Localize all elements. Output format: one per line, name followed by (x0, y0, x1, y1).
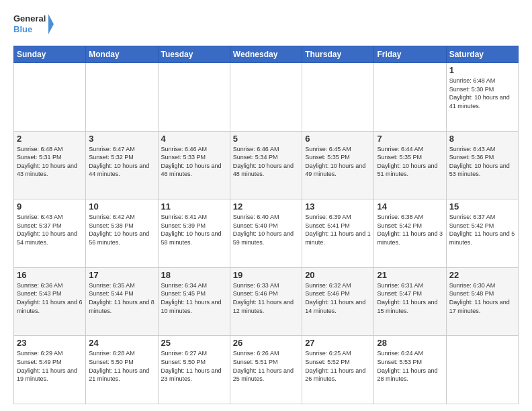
day-number: 14 (377, 201, 443, 212)
day-number: 21 (377, 270, 443, 280)
calendar-cell: 25Sunrise: 6:27 AM Sunset: 5:50 PM Dayli… (158, 336, 230, 404)
calendar-cell: 9Sunrise: 6:43 AM Sunset: 5:37 PM Daylig… (14, 199, 86, 268)
calendar-cell: 22Sunrise: 6:30 AM Sunset: 5:48 PM Dayli… (446, 267, 518, 336)
calendar-week-row: 23Sunrise: 6:29 AM Sunset: 5:49 PM Dayli… (14, 336, 519, 404)
day-info: Sunrise: 6:44 AM Sunset: 5:35 PM Dayligh… (377, 145, 443, 179)
day-number: 4 (161, 134, 227, 144)
day-info: Sunrise: 6:43 AM Sunset: 5:37 PM Dayligh… (17, 213, 83, 246)
column-header-friday: Friday (374, 46, 446, 63)
day-number: 3 (89, 134, 154, 144)
calendar-header-row: SundayMondayTuesdayWednesdayThursdayFrid… (14, 46, 519, 63)
calendar-cell: 15Sunrise: 6:37 AM Sunset: 5:42 PM Dayli… (446, 199, 518, 268)
day-info: Sunrise: 6:24 AM Sunset: 5:53 PM Dayligh… (377, 349, 443, 383)
calendar-cell: 2Sunrise: 6:48 AM Sunset: 5:31 PM Daylig… (14, 131, 86, 199)
day-number: 24 (89, 338, 154, 348)
calendar-cell: 5Sunrise: 6:46 AM Sunset: 5:34 PM Daylig… (230, 131, 302, 199)
day-number: 8 (449, 134, 515, 144)
column-header-thursday: Thursday (302, 46, 374, 63)
svg-marker-2 (48, 14, 54, 34)
day-number: 28 (377, 338, 443, 348)
page: General Blue SundayMondayTuesdayWednesda… (0, 0, 532, 411)
day-info: Sunrise: 6:27 AM Sunset: 5:50 PM Dayligh… (161, 349, 227, 383)
day-info: Sunrise: 6:33 AM Sunset: 5:46 PM Dayligh… (233, 281, 299, 315)
calendar-cell: 14Sunrise: 6:38 AM Sunset: 5:42 PM Dayli… (374, 199, 446, 268)
day-info: Sunrise: 6:37 AM Sunset: 5:42 PM Dayligh… (449, 213, 515, 246)
calendar-cell: 10Sunrise: 6:42 AM Sunset: 5:38 PM Dayli… (86, 199, 158, 268)
day-info: Sunrise: 6:38 AM Sunset: 5:42 PM Dayligh… (377, 213, 443, 246)
calendar-cell: 1Sunrise: 6:48 AM Sunset: 5:30 PM Daylig… (446, 63, 518, 132)
logo-svg: General Blue (13, 11, 54, 39)
day-number: 18 (161, 270, 227, 280)
calendar-cell: 21Sunrise: 6:31 AM Sunset: 5:47 PM Dayli… (374, 267, 446, 336)
calendar-cell: 19Sunrise: 6:33 AM Sunset: 5:46 PM Dayli… (230, 267, 302, 336)
column-header-sunday: Sunday (14, 46, 86, 63)
day-info: Sunrise: 6:36 AM Sunset: 5:43 PM Dayligh… (17, 281, 83, 315)
calendar-cell: 11Sunrise: 6:41 AM Sunset: 5:39 PM Dayli… (158, 199, 230, 268)
calendar-cell (86, 63, 158, 132)
calendar-week-row: 9Sunrise: 6:43 AM Sunset: 5:37 PM Daylig… (14, 199, 519, 268)
day-info: Sunrise: 6:34 AM Sunset: 5:45 PM Dayligh… (161, 281, 227, 315)
svg-text:Blue: Blue (13, 24, 32, 34)
day-number: 16 (17, 270, 83, 280)
day-info: Sunrise: 6:48 AM Sunset: 5:31 PM Dayligh… (17, 145, 83, 179)
day-info: Sunrise: 6:29 AM Sunset: 5:49 PM Dayligh… (17, 349, 83, 383)
day-info: Sunrise: 6:43 AM Sunset: 5:36 PM Dayligh… (449, 145, 515, 179)
calendar-cell: 17Sunrise: 6:35 AM Sunset: 5:44 PM Dayli… (86, 267, 158, 336)
day-info: Sunrise: 6:28 AM Sunset: 5:50 PM Dayligh… (89, 349, 154, 383)
calendar-cell (302, 63, 374, 132)
day-info: Sunrise: 6:48 AM Sunset: 5:30 PM Dayligh… (449, 77, 515, 110)
column-header-monday: Monday (86, 46, 158, 63)
column-header-tuesday: Tuesday (158, 46, 230, 63)
day-number: 5 (233, 134, 299, 144)
calendar-cell (158, 63, 230, 132)
day-info: Sunrise: 6:32 AM Sunset: 5:46 PM Dayligh… (305, 281, 371, 315)
calendar-cell: 16Sunrise: 6:36 AM Sunset: 5:43 PM Dayli… (14, 267, 86, 336)
day-number: 17 (89, 270, 154, 280)
calendar-week-row: 16Sunrise: 6:36 AM Sunset: 5:43 PM Dayli… (14, 267, 519, 336)
column-header-saturday: Saturday (446, 46, 518, 63)
calendar-cell (14, 63, 86, 132)
calendar-cell: 20Sunrise: 6:32 AM Sunset: 5:46 PM Dayli… (302, 267, 374, 336)
day-number: 19 (233, 270, 299, 280)
calendar-week-row: 1Sunrise: 6:48 AM Sunset: 5:30 PM Daylig… (14, 63, 519, 132)
day-number: 22 (449, 270, 515, 280)
day-info: Sunrise: 6:31 AM Sunset: 5:47 PM Dayligh… (377, 281, 443, 315)
day-number: 12 (233, 201, 299, 212)
day-number: 6 (305, 134, 371, 144)
calendar-table: SundayMondayTuesdayWednesdayThursdayFrid… (13, 46, 519, 404)
day-info: Sunrise: 6:40 AM Sunset: 5:40 PM Dayligh… (233, 213, 299, 246)
calendar-cell: 12Sunrise: 6:40 AM Sunset: 5:40 PM Dayli… (230, 199, 302, 268)
day-info: Sunrise: 6:42 AM Sunset: 5:38 PM Dayligh… (89, 213, 154, 246)
day-info: Sunrise: 6:45 AM Sunset: 5:35 PM Dayligh… (305, 145, 371, 179)
day-number: 26 (233, 338, 299, 348)
calendar-cell: 27Sunrise: 6:25 AM Sunset: 5:52 PM Dayli… (302, 336, 374, 404)
day-number: 23 (17, 338, 83, 348)
calendar-cell: 28Sunrise: 6:24 AM Sunset: 5:53 PM Dayli… (374, 336, 446, 404)
calendar-cell (446, 336, 518, 404)
calendar-cell: 3Sunrise: 6:47 AM Sunset: 5:32 PM Daylig… (86, 131, 158, 199)
calendar-cell: 8Sunrise: 6:43 AM Sunset: 5:36 PM Daylig… (446, 131, 518, 199)
calendar-cell: 7Sunrise: 6:44 AM Sunset: 5:35 PM Daylig… (374, 131, 446, 199)
day-number: 13 (305, 201, 371, 212)
calendar-cell (374, 63, 446, 132)
day-info: Sunrise: 6:46 AM Sunset: 5:34 PM Dayligh… (233, 145, 299, 179)
day-number: 20 (305, 270, 371, 280)
day-number: 25 (161, 338, 227, 348)
day-info: Sunrise: 6:26 AM Sunset: 5:51 PM Dayligh… (233, 349, 299, 383)
day-number: 15 (449, 201, 515, 212)
calendar-cell: 4Sunrise: 6:46 AM Sunset: 5:33 PM Daylig… (158, 131, 230, 199)
calendar-cell: 24Sunrise: 6:28 AM Sunset: 5:50 PM Dayli… (86, 336, 158, 404)
day-number: 9 (17, 201, 83, 212)
column-header-wednesday: Wednesday (230, 46, 302, 63)
day-number: 7 (377, 134, 443, 144)
calendar-cell: 13Sunrise: 6:39 AM Sunset: 5:41 PM Dayli… (302, 199, 374, 268)
day-number: 11 (161, 201, 227, 212)
calendar-cell: 23Sunrise: 6:29 AM Sunset: 5:49 PM Dayli… (14, 336, 86, 404)
calendar-cell: 26Sunrise: 6:26 AM Sunset: 5:51 PM Dayli… (230, 336, 302, 404)
day-number: 10 (89, 201, 154, 212)
day-info: Sunrise: 6:39 AM Sunset: 5:41 PM Dayligh… (305, 213, 371, 246)
day-info: Sunrise: 6:46 AM Sunset: 5:33 PM Dayligh… (161, 145, 227, 179)
day-info: Sunrise: 6:30 AM Sunset: 5:48 PM Dayligh… (449, 281, 515, 315)
day-info: Sunrise: 6:47 AM Sunset: 5:32 PM Dayligh… (89, 145, 154, 179)
day-number: 27 (305, 338, 371, 348)
